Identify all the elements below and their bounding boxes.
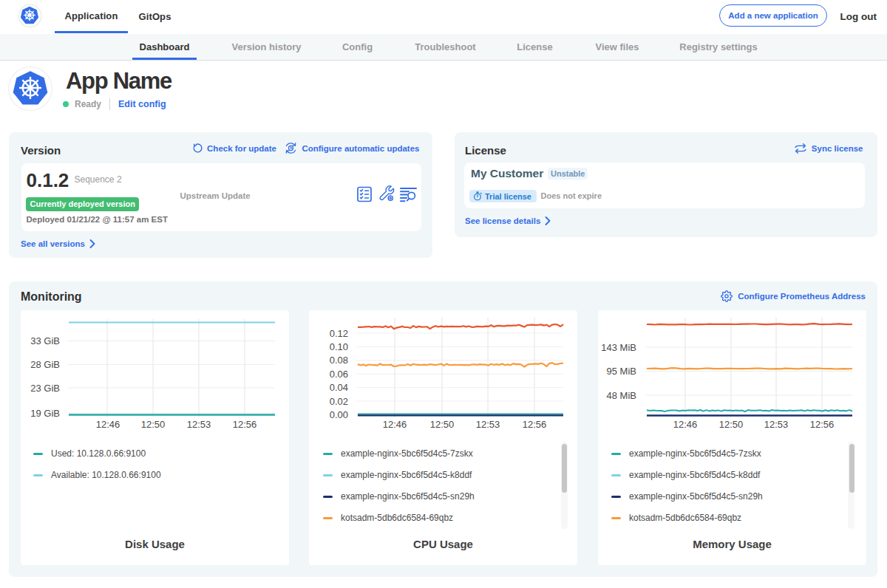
svg-text:12:50: 12:50 bbox=[719, 419, 744, 430]
svg-text:28 GiB: 28 GiB bbox=[30, 359, 60, 370]
svg-text:0.10: 0.10 bbox=[330, 341, 348, 352]
svg-text:0.12: 0.12 bbox=[330, 328, 348, 339]
svg-text:23 GiB: 23 GiB bbox=[30, 383, 60, 394]
svg-text:12:50: 12:50 bbox=[141, 419, 166, 430]
svg-text:12:53: 12:53 bbox=[764, 419, 789, 430]
svg-text:12:53: 12:53 bbox=[476, 419, 500, 430]
svg-text:48 MiB: 48 MiB bbox=[607, 390, 636, 401]
svg-text:143 MiB: 143 MiB bbox=[601, 342, 636, 353]
svg-text:33 GiB: 33 GiB bbox=[30, 335, 60, 346]
svg-text:12:56: 12:56 bbox=[233, 419, 257, 430]
svg-text:12:46: 12:46 bbox=[383, 419, 407, 430]
svg-text:95 MiB: 95 MiB bbox=[607, 366, 636, 377]
svg-text:12:56: 12:56 bbox=[810, 419, 835, 430]
svg-text:12:50: 12:50 bbox=[430, 419, 455, 430]
svg-text:19 GiB: 19 GiB bbox=[30, 408, 60, 419]
svg-text:0.06: 0.06 bbox=[330, 369, 348, 380]
svg-text:12:53: 12:53 bbox=[187, 419, 211, 430]
svg-text:12:46: 12:46 bbox=[673, 419, 698, 430]
svg-text:12:56: 12:56 bbox=[523, 419, 547, 430]
svg-text:0.04: 0.04 bbox=[330, 382, 348, 393]
svg-text:0.08: 0.08 bbox=[330, 355, 348, 366]
svg-text:0.02: 0.02 bbox=[330, 396, 348, 407]
svg-text:0.00: 0.00 bbox=[330, 409, 348, 420]
svg-text:12:46: 12:46 bbox=[96, 419, 120, 430]
